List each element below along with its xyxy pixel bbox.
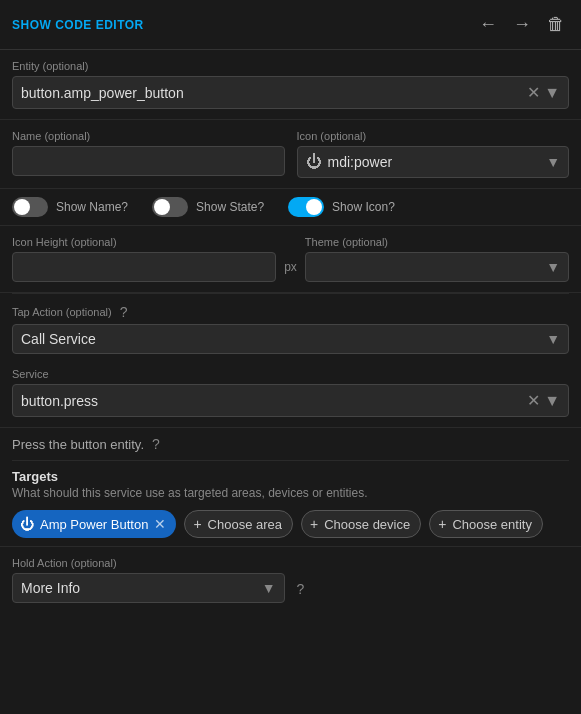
theme-dropdown-arrow: ▼	[546, 259, 560, 275]
hold-action-help-icon[interactable]: ?	[297, 581, 305, 597]
tap-action-header: Tap Action (optional) ?	[0, 294, 581, 324]
service-label: Service	[12, 368, 569, 380]
header: SHOW CODE EDITOR ← → 🗑	[0, 0, 581, 50]
choose-area-icon: +	[193, 516, 201, 532]
icon-select[interactable]: ⏻ mdi:power ▼	[297, 146, 570, 178]
show-state-toggle-group: Show State?	[152, 197, 264, 217]
show-state-label: Show State?	[196, 200, 264, 214]
hold-action-section: Hold Action (optional) More Info ▼ ?	[0, 547, 581, 613]
service-dropdown-button[interactable]: ▼	[544, 392, 560, 410]
service-clear-button[interactable]: ✕	[523, 391, 544, 410]
service-input-row[interactable]: ✕ ▼	[12, 384, 569, 417]
hold-action-group: Hold Action (optional) More Info ▼	[12, 557, 285, 603]
service-section: Service ✕ ▼	[0, 362, 581, 428]
choose-device-icon: +	[310, 516, 318, 532]
entity-dropdown-button[interactable]: ▼	[544, 84, 560, 102]
theme-label: Theme (optional)	[305, 236, 569, 248]
name-input-row[interactable]	[12, 146, 285, 176]
tap-action-select[interactable]: Call Service ▼	[12, 324, 569, 354]
forward-button[interactable]: →	[509, 10, 535, 39]
service-description-row: Press the button entity. ?	[0, 428, 581, 460]
choose-device-label: Choose device	[324, 517, 410, 532]
entity-input[interactable]	[21, 85, 523, 101]
service-input[interactable]	[21, 393, 523, 409]
entity-input-row[interactable]: ✕ ▼	[12, 76, 569, 109]
show-name-toggle-group: Show Name?	[12, 197, 128, 217]
tap-action-value: Call Service	[21, 331, 546, 347]
tap-action-help-icon[interactable]: ?	[120, 304, 128, 320]
header-actions: ← → 🗑	[475, 10, 569, 39]
name-icon-row: Name (optional) Icon (optional) ⏻ mdi:po…	[0, 120, 581, 189]
icon-height-group: Icon Height (optional)	[12, 236, 276, 282]
entity-chip-close[interactable]: ✕	[154, 516, 166, 532]
show-name-knob	[14, 199, 30, 215]
service-description-text: Press the button entity.	[12, 437, 144, 452]
icon-value: mdi:power	[328, 154, 547, 170]
hold-action-dropdown-arrow: ▼	[262, 580, 276, 596]
icon-height-input[interactable]	[21, 259, 267, 275]
hold-action-label: Hold Action (optional)	[12, 557, 285, 569]
height-theme-row: Icon Height (optional) px Theme (optiona…	[0, 226, 581, 293]
delete-button[interactable]: 🗑	[543, 10, 569, 39]
targets-title: Targets	[12, 469, 569, 484]
entity-section: Entity (optional) ✕ ▼	[0, 50, 581, 120]
power-icon: ⏻	[306, 153, 322, 171]
back-button[interactable]: ←	[475, 10, 501, 39]
hold-action-value: More Info	[21, 580, 262, 596]
hold-action-select[interactable]: More Info ▼	[12, 573, 285, 603]
choose-entity-chip[interactable]: + Choose entity	[429, 510, 543, 538]
targets-description: What should this service use as targeted…	[12, 486, 569, 500]
theme-select[interactable]: ▼	[305, 252, 569, 282]
icon-label: Icon (optional)	[297, 130, 570, 142]
choose-device-chip[interactable]: + Choose device	[301, 510, 421, 538]
entity-label: Entity (optional)	[12, 60, 569, 72]
theme-group: Theme (optional) ▼	[305, 236, 569, 282]
icon-dropdown-arrow: ▼	[546, 154, 560, 170]
power-chip-icon: ⏻	[20, 516, 34, 532]
show-icon-toggle-group: Show Icon?	[288, 197, 395, 217]
show-name-label: Show Name?	[56, 200, 128, 214]
icon-height-label: Icon Height (optional)	[12, 236, 276, 248]
name-field-group: Name (optional)	[12, 130, 285, 178]
choose-entity-label: Choose entity	[452, 517, 532, 532]
entity-clear-button[interactable]: ✕	[523, 83, 544, 102]
px-label: px	[284, 260, 297, 282]
icon-height-input-row[interactable]	[12, 252, 276, 282]
show-icon-label: Show Icon?	[332, 200, 395, 214]
hold-action-help-group: ?	[297, 557, 570, 603]
entity-chip-label: Amp Power Button	[40, 517, 148, 532]
entity-chip[interactable]: ⏻ Amp Power Button ✕	[12, 510, 176, 538]
service-description-help-icon[interactable]: ?	[152, 436, 160, 452]
toggles-row: Show Name? Show State? Show Icon?	[0, 189, 581, 226]
tap-action-label: Tap Action (optional)	[12, 306, 112, 318]
show-icon-knob	[306, 199, 322, 215]
name-label: Name (optional)	[12, 130, 285, 142]
show-state-knob	[154, 199, 170, 215]
show-state-toggle[interactable]	[152, 197, 188, 217]
icon-field-group: Icon (optional) ⏻ mdi:power ▼	[297, 130, 570, 178]
choose-entity-icon: +	[438, 516, 446, 532]
tap-action-select-wrap: Call Service ▼	[0, 324, 581, 362]
show-name-toggle[interactable]	[12, 197, 48, 217]
targets-section: Targets What should this service use as …	[0, 461, 581, 547]
choose-area-chip[interactable]: + Choose area	[184, 510, 293, 538]
name-input[interactable]	[21, 153, 276, 169]
choose-area-label: Choose area	[208, 517, 282, 532]
show-icon-toggle[interactable]	[288, 197, 324, 217]
show-code-editor-button[interactable]: SHOW CODE EDITOR	[12, 18, 475, 32]
targets-chips: ⏻ Amp Power Button ✕ + Choose area + Cho…	[12, 510, 569, 538]
tap-action-dropdown-arrow: ▼	[546, 331, 560, 347]
